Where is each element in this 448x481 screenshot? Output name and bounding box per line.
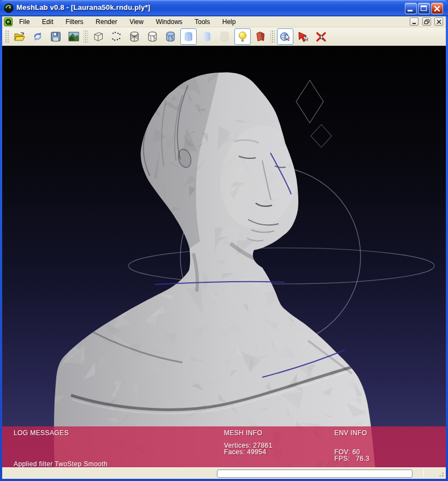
title-bar[interactable]: MeshLab v0.8 - [Laurana50k.rndu.ply*] bbox=[0, 0, 448, 16]
toolbar-separator bbox=[84, 29, 88, 44]
child-minimize-button[interactable] bbox=[410, 17, 418, 26]
info-overlay: LOG MESSAGES MESH INFO Vertices: 27861 F… bbox=[2, 426, 446, 467]
statusbar-separator bbox=[423, 470, 424, 477]
render-hidden-lines-button[interactable] bbox=[144, 28, 161, 45]
menu-windows[interactable]: Windows bbox=[151, 16, 187, 27]
document-icon bbox=[4, 17, 13, 26]
render-flat-button[interactable] bbox=[180, 28, 197, 45]
log-last-message: Applied filter TwoStep Smooth bbox=[14, 460, 108, 467]
close-icon bbox=[433, 5, 441, 13]
double-side-lighting-icon bbox=[254, 30, 267, 43]
pick-button[interactable] bbox=[295, 28, 311, 45]
trackball-cursor-icon bbox=[279, 30, 292, 43]
delete-cross-icon bbox=[315, 30, 328, 43]
child-restore-icon bbox=[424, 19, 430, 25]
reload-button[interactable] bbox=[30, 28, 46, 45]
menu-filters[interactable]: Filters bbox=[61, 16, 89, 27]
pick-arrow-icon bbox=[297, 30, 310, 43]
menu-render[interactable]: Render bbox=[91, 16, 122, 27]
toolbar-drag-handle[interactable] bbox=[4, 29, 9, 44]
maximize-button[interactable] bbox=[418, 3, 430, 14]
mesh-info-faces: Faces: 49954 bbox=[224, 448, 267, 456]
snapshot-button[interactable] bbox=[66, 28, 82, 45]
child-close-icon bbox=[436, 19, 442, 25]
menu-bar: File Edit Filters Render View Windows To… bbox=[2, 16, 446, 27]
reload-icon bbox=[31, 30, 44, 43]
texture-cylinder-icon bbox=[218, 30, 231, 43]
minimize-icon bbox=[408, 10, 412, 11]
render-flat-lines-button[interactable] bbox=[162, 28, 179, 45]
maximize-icon bbox=[421, 5, 427, 11]
open-folder-icon bbox=[13, 30, 26, 43]
delete-mesh-button[interactable] bbox=[313, 28, 329, 45]
minimize-button[interactable] bbox=[405, 3, 417, 14]
mesh-bust bbox=[41, 62, 392, 467]
render-points-button[interactable] bbox=[108, 28, 125, 45]
toolbar bbox=[2, 27, 446, 46]
trackball-equator-ellipse bbox=[128, 248, 434, 284]
flat-cylinder-icon bbox=[182, 30, 195, 43]
progress-bar bbox=[217, 470, 412, 478]
open-button[interactable] bbox=[11, 28, 28, 45]
meshlab-logo-icon bbox=[4, 3, 14, 13]
save-floppy-icon bbox=[49, 30, 62, 43]
hidden-lines-cylinder-icon bbox=[146, 30, 159, 43]
flat-lines-cylinder-icon bbox=[164, 30, 177, 43]
render-texture-button[interactable] bbox=[216, 28, 233, 45]
menu-edit[interactable]: Edit bbox=[37, 16, 58, 27]
window-title: MeshLab v0.8 - [Laurana50k.rndu.ply*] bbox=[16, 3, 150, 11]
child-restore-button[interactable] bbox=[422, 17, 431, 26]
env-info-fps: FPS: 76.3 bbox=[334, 455, 369, 462]
log-messages-title: LOG MESSAGES bbox=[14, 429, 69, 437]
render-wireframe-button[interactable] bbox=[126, 28, 143, 45]
child-close-button[interactable] bbox=[434, 17, 443, 26]
trackball-manipulator-button[interactable] bbox=[277, 28, 293, 45]
close-button[interactable] bbox=[431, 3, 443, 14]
menu-view[interactable]: View bbox=[125, 16, 149, 27]
meshlab-window: MeshLab v0.8 - [Laurana50k.rndu.ply*] Fi… bbox=[0, 0, 448, 481]
light-diamond-large bbox=[296, 80, 323, 123]
resize-grip[interactable] bbox=[438, 471, 445, 478]
mesh-info-title: MESH INFO bbox=[224, 429, 262, 437]
menu-tools[interactable]: Tools bbox=[190, 16, 215, 27]
bounding-box-icon bbox=[92, 30, 105, 43]
smooth-cylinder-icon bbox=[200, 30, 213, 43]
save-button[interactable] bbox=[48, 28, 64, 45]
env-info-title: ENV INFO bbox=[334, 429, 367, 437]
menu-help[interactable]: Help bbox=[217, 16, 241, 27]
wireframe-cylinder-icon bbox=[128, 30, 141, 43]
toggle-light-button[interactable] bbox=[234, 28, 251, 45]
points-icon bbox=[110, 30, 123, 43]
snapshot-icon bbox=[67, 30, 80, 43]
toolbar-separator bbox=[270, 29, 275, 44]
child-minimize-icon bbox=[411, 19, 417, 25]
render-bbox-button[interactable] bbox=[90, 28, 107, 45]
status-bar bbox=[2, 467, 446, 479]
light-diamond-small bbox=[311, 124, 332, 147]
menu-file[interactable]: File bbox=[14, 16, 34, 27]
render-smooth-button[interactable] bbox=[198, 28, 215, 45]
light-bulb-icon bbox=[236, 30, 249, 43]
double-side-lighting-button[interactable] bbox=[252, 28, 269, 45]
3d-viewport[interactable]: LOG MESSAGES MESH INFO Vertices: 27861 F… bbox=[2, 46, 446, 467]
